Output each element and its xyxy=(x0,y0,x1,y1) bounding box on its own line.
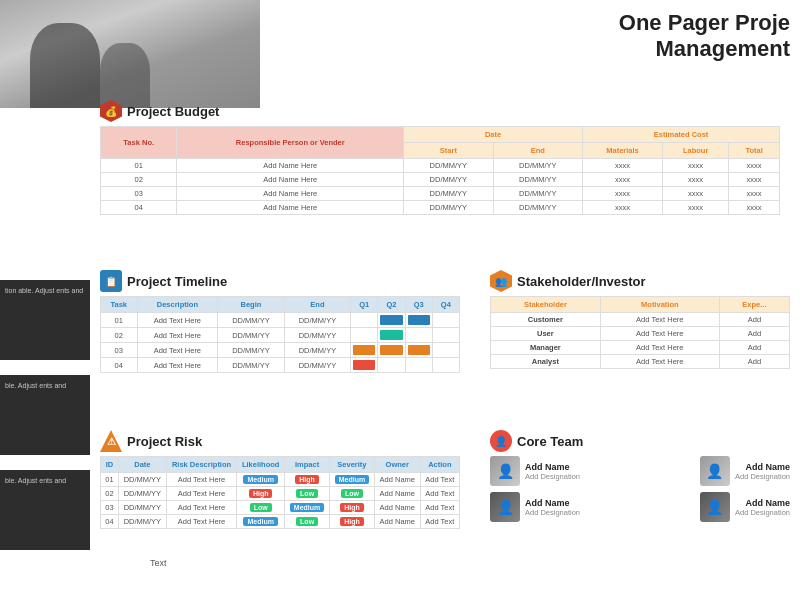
risk-th-impact: Impact xyxy=(285,457,330,473)
timeline-th-q4: Q4 xyxy=(432,297,459,313)
budget-th-estimatedcost: Estimated Cost xyxy=(583,127,780,143)
risk-table: ID Date Risk Description Likelihood Impa… xyxy=(100,456,460,529)
avatar: 👤 xyxy=(490,492,520,522)
budget-th-total: Total xyxy=(729,143,780,159)
stakeholder-row: Customer Add Text Here Add xyxy=(491,313,790,327)
timeline-th-q3: Q3 xyxy=(405,297,432,313)
timeline-section: 📋 Project Timeline Task Description Begi… xyxy=(90,270,470,373)
stakeholder-row: User Add Text Here Add xyxy=(491,327,790,341)
budget-th-responsible: Responsible Person or Vender xyxy=(177,127,404,159)
stakeholder-th-type: Stakeholder xyxy=(491,297,601,313)
sidebar-panel-1: tion able. Adjust ents and xyxy=(0,280,90,360)
timeline-table: Task Description Begin End Q1 Q2 Q3 Q4 0… xyxy=(100,296,460,373)
team-member-designation: Add Designation xyxy=(525,472,580,481)
risk-row: 04 DD/MM/YY Add Text Here Medium Low Hig… xyxy=(101,515,460,529)
budget-title: 💰 Project Budget xyxy=(100,100,780,122)
sidebar-text-1: tion able. Adjust ents and xyxy=(5,287,83,294)
team-member-name: Add Name xyxy=(525,462,580,472)
risk-th-description: Risk Description xyxy=(166,457,236,473)
bottom-text: Text xyxy=(150,558,167,568)
stakeholder-section: 👥 Stakeholder/Investor Stakeholder Motiv… xyxy=(490,270,790,369)
risk-th-id: ID xyxy=(101,457,119,473)
budget-cell-labour: xxxx xyxy=(663,201,729,215)
risk-th-likelihood: Likelihood xyxy=(237,457,285,473)
budget-cell-no: 04 xyxy=(101,201,177,215)
title-line2: Management xyxy=(619,36,790,62)
budget-row: 01 Add Name Here DD/MM/YY DD/MM/YY xxxx … xyxy=(101,159,780,173)
budget-th-start: Start xyxy=(404,143,493,159)
stakeholder-row: Analyst Add Text Here Add xyxy=(491,355,790,369)
budget-cell-labour: xxxx xyxy=(663,159,729,173)
risk-th-action: Action xyxy=(420,457,459,473)
sidebar-panel-3: ble. Adjust ents and xyxy=(0,470,90,550)
timeline-row: 02 Add Text Here DD/MM/YY DD/MM/YY xyxy=(101,328,460,343)
coreteam-section: 👤 Core Team 👤 Add Name Add Designation 👤… xyxy=(490,430,790,528)
budget-cell-no: 02 xyxy=(101,173,177,187)
avatar-secondary: 👤 xyxy=(700,492,730,522)
budget-table: Task No. Responsible Person or Vender Da… xyxy=(100,126,780,215)
sidebar-panel-2: ble. Adjust ents and xyxy=(0,375,90,455)
budget-th-taskno: Task No. xyxy=(101,127,177,159)
stakeholder-icon: 👥 xyxy=(490,270,512,292)
budget-cell-start: DD/MM/YY xyxy=(404,159,493,173)
budget-cell-start: DD/MM/YY xyxy=(404,201,493,215)
bottom-text-label: Text xyxy=(150,558,167,568)
timeline-row: 03 Add Text Here DD/MM/YY DD/MM/YY xyxy=(101,343,460,358)
stakeholder-title: 👥 Stakeholder/Investor xyxy=(490,270,790,292)
budget-th-materials: Materials xyxy=(583,143,663,159)
risk-section: ⚠ Project Risk ID Date Risk Description … xyxy=(90,430,470,529)
coreteam-title: 👤 Core Team xyxy=(490,430,790,452)
timeline-th-task: Task xyxy=(101,297,138,313)
budget-cell-start: DD/MM/YY xyxy=(404,173,493,187)
team-member: 👤 Add Name Add Designation 👤 Add Name Ad… xyxy=(490,492,790,522)
timeline-th-q1: Q1 xyxy=(351,297,378,313)
timeline-icon: 📋 xyxy=(100,270,122,292)
risk-icon: ⚠ xyxy=(100,430,122,452)
budget-th-end: End xyxy=(493,143,582,159)
team-member: 👤 Add Name Add Designation 👤 Add Name Ad… xyxy=(490,456,790,486)
budget-cell-end: DD/MM/YY xyxy=(493,159,582,173)
timeline-th-q2: Q2 xyxy=(378,297,405,313)
budget-cell-materials: xxxx xyxy=(583,187,663,201)
stakeholder-title-text: Stakeholder/Investor xyxy=(517,274,646,289)
header-photo xyxy=(0,0,260,108)
budget-row: 04 Add Name Here DD/MM/YY DD/MM/YY xxxx … xyxy=(101,201,780,215)
team-member-designation-2: Add Designation xyxy=(735,508,790,517)
sidebar-text-2: ble. Adjust ents and xyxy=(5,382,66,389)
page-title: One Pager Proje Management xyxy=(619,10,790,63)
risk-row: 01 DD/MM/YY Add Text Here Medium High Me… xyxy=(101,473,460,487)
risk-title: ⚠ Project Risk xyxy=(100,430,460,452)
timeline-th-begin: Begin xyxy=(218,297,285,313)
budget-cell-end: DD/MM/YY xyxy=(493,187,582,201)
timeline-row: 01 Add Text Here DD/MM/YY DD/MM/YY xyxy=(101,313,460,328)
budget-cell-materials: xxxx xyxy=(583,201,663,215)
budget-title-text: Project Budget xyxy=(127,104,219,119)
budget-cell-name: Add Name Here xyxy=(177,187,404,201)
risk-th-severity: Severity xyxy=(330,457,375,473)
budget-cell-total: xxxx xyxy=(729,201,780,215)
risk-title-text: Project Risk xyxy=(127,434,202,449)
team-member-name-2: Add Name xyxy=(735,462,790,472)
risk-th-date: Date xyxy=(118,457,166,473)
budget-th-date: Date xyxy=(404,127,583,143)
budget-cell-total: xxxx xyxy=(729,173,780,187)
stakeholder-row: Manager Add Text Here Add xyxy=(491,341,790,355)
budget-cell-no: 01 xyxy=(101,159,177,173)
sidebar-text-3: ble. Adjust ents and xyxy=(5,477,66,484)
budget-cell-labour: xxxx xyxy=(663,173,729,187)
budget-section: 💰 Project Budget Task No. Responsible Pe… xyxy=(90,100,790,215)
timeline-row: 04 Add Text Here DD/MM/YY DD/MM/YY xyxy=(101,358,460,373)
budget-cell-materials: xxxx xyxy=(583,173,663,187)
avatar-secondary: 👤 xyxy=(700,456,730,486)
budget-cell-end: DD/MM/YY xyxy=(493,201,582,215)
budget-row: 02 Add Name Here DD/MM/YY DD/MM/YY xxxx … xyxy=(101,173,780,187)
risk-th-owner: Owner xyxy=(374,457,420,473)
title-line1: One Pager Proje xyxy=(619,10,790,36)
coreteam-icon: 👤 xyxy=(490,430,512,452)
risk-row: 03 DD/MM/YY Add Text Here Low Medium Hig… xyxy=(101,501,460,515)
avatar: 👤 xyxy=(490,456,520,486)
timeline-title: 📋 Project Timeline xyxy=(100,270,460,292)
timeline-th-end: End xyxy=(284,297,351,313)
stakeholder-th-motivation: Motivation xyxy=(600,297,719,313)
budget-icon: 💰 xyxy=(100,100,122,122)
